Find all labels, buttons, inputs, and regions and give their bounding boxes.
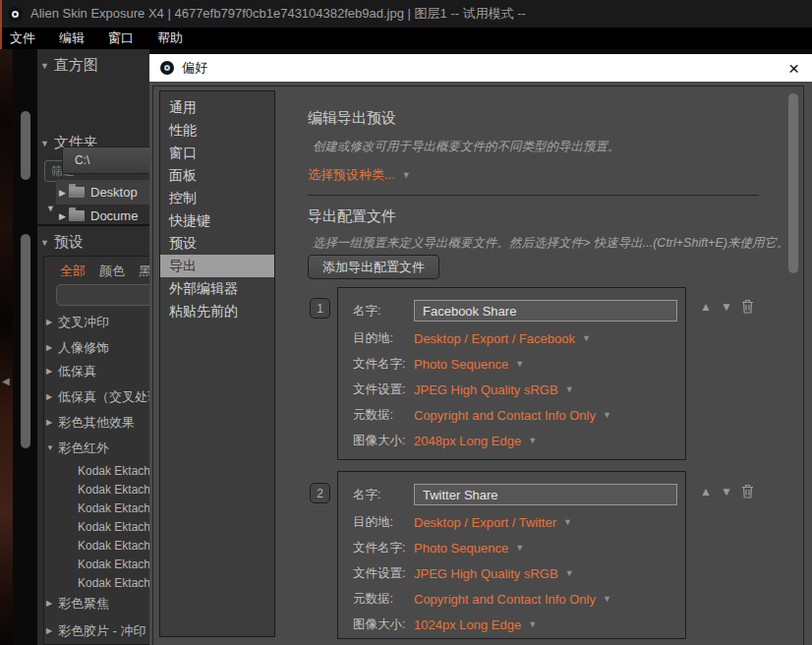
menu-edit[interactable]: 编辑 <box>59 29 85 47</box>
nav-item-controls[interactable]: 控制 <box>160 187 274 209</box>
field-label-name: 名字: <box>353 487 414 503</box>
preset-group[interactable]: ▶ 低保真 <box>46 359 96 383</box>
menu-help[interactable]: 帮助 <box>157 29 183 47</box>
panel-collapse-icon[interactable]: ◀ <box>2 376 10 386</box>
add-export-profile-button[interactable]: 添加导出配置文件 <box>308 255 439 279</box>
preset-group[interactable]: ▶ 人像修饰 <box>46 335 109 360</box>
photo-canvas-edge <box>0 49 13 645</box>
file-name-dropdown[interactable]: Photo Sequence <box>414 541 508 556</box>
tab-all[interactable]: 全部 <box>60 263 86 280</box>
preset-group-label: 低保真 <box>58 363 96 381</box>
caret-down-icon[interactable]: ▼ <box>603 594 611 604</box>
preset-group[interactable]: ▶ 低保真（交叉处理 <box>46 384 149 409</box>
image-size-dropdown[interactable]: 2048px Long Edge <box>414 434 521 448</box>
export-profile-card: 名字: 目的地: Desktop / Export / Twitter ▼ 文件… <box>337 471 686 639</box>
preset-item[interactable]: Kodak Ektach <box>78 480 149 498</box>
caret-down-icon: ▼ <box>402 170 411 180</box>
preset-group-expanded[interactable]: ▼ 彩色红外 <box>46 436 109 460</box>
preset-group[interactable]: ▶ 彩色胶片 - 冲印 <box>46 618 146 643</box>
metadata-dropdown[interactable]: Copyright and Contact Info Only <box>414 592 596 607</box>
section-presets[interactable]: ▼ 预设 <box>40 233 84 252</box>
tab-color[interactable]: 颜色 <box>99 263 125 280</box>
field-label-file-name: 文件名字: <box>353 356 414 373</box>
profile-name-input[interactable] <box>414 484 677 505</box>
nav-item-presets[interactable]: 预设 <box>160 232 274 255</box>
profile-controls: ▲ ▼ <box>700 299 754 314</box>
dialog-logo-icon <box>160 61 174 75</box>
tab-bw[interactable]: 黑白 <box>139 263 149 280</box>
preset-item[interactable]: Kodak Ektach <box>78 461 149 480</box>
preset-item[interactable]: Kodak Ektach <box>78 555 149 573</box>
menubar: 文件 编辑 窗口 帮助 <box>0 28 812 49</box>
preset-search-input[interactable] <box>56 284 149 306</box>
caret-right-icon: ▶ <box>46 318 58 326</box>
section-histogram-label: 直方图 <box>54 56 98 75</box>
caret-down-icon: ▼ <box>46 443 58 452</box>
caret-down-icon[interactable]: ▼ <box>515 359 524 369</box>
preset-kind-dropdown[interactable]: 选择预设种类... ▼ <box>308 166 411 184</box>
caret-down-icon: ▼ <box>40 61 54 71</box>
nav-item-general[interactable]: 通用 <box>160 96 274 119</box>
field-label-name: 名字: <box>353 303 414 320</box>
destination-dropdown[interactable]: Desktop / Export / Twitter <box>414 515 556 530</box>
caret-right-icon: ▶ <box>46 418 58 427</box>
section-presets-label: 预设 <box>54 233 84 252</box>
nav-item-shortcuts[interactable]: 快捷键 <box>160 209 274 232</box>
presets-scrollbar[interactable] <box>21 234 30 448</box>
preset-item[interactable]: Kodak Ektach <box>78 536 149 555</box>
delete-trash-icon[interactable] <box>741 299 754 314</box>
dialog-scrollbar[interactable] <box>788 93 798 273</box>
delete-trash-icon[interactable] <box>741 484 754 498</box>
preset-item[interactable]: Kodak Ektach <box>78 573 149 592</box>
preset-group[interactable]: ▶ 彩色聚焦 <box>46 591 109 616</box>
profile-name-input[interactable] <box>414 300 677 322</box>
file-name-dropdown[interactable]: Photo Sequence <box>414 357 508 372</box>
caret-down-icon[interactable]: ▼ <box>563 517 572 527</box>
field-label-image-size: 图像大小: <box>353 616 414 633</box>
folder-row-documents[interactable]: ▶ Docume <box>56 205 149 226</box>
nav-item-export[interactable]: 导出 <box>160 255 274 277</box>
nav-item-window[interactable]: 窗口 <box>160 142 274 164</box>
app-logo-icon <box>8 7 23 22</box>
move-up-icon[interactable]: ▲ <box>700 300 712 314</box>
preset-kind-label: 选择预设种类... <box>308 166 395 184</box>
destination-dropdown[interactable]: Desktop / Export / Facebook <box>414 331 575 346</box>
close-icon[interactable]: × <box>788 59 801 78</box>
caret-right-icon: ▶ <box>56 211 69 221</box>
nav-item-panels[interactable]: 面板 <box>160 164 274 187</box>
preset-item[interactable]: Kodak Ektach <box>78 517 149 536</box>
folders-scrollbar[interactable] <box>21 111 30 180</box>
profile-number-badge: 2 <box>310 483 330 503</box>
nav-item-performance[interactable]: 性能 <box>160 119 274 142</box>
caret-down-icon[interactable]: ▼ <box>565 568 574 578</box>
caret-down-icon[interactable]: ▼ <box>528 619 537 629</box>
caret-down-icon[interactable]: ▼ <box>528 436 537 445</box>
preset-item[interactable]: Kodak Ektach <box>78 498 149 517</box>
preset-group[interactable]: ▶ 交叉冲印 <box>46 310 109 334</box>
file-settings-dropdown[interactable]: JPEG High Quality sRGB <box>414 566 558 581</box>
move-up-icon[interactable]: ▲ <box>700 485 712 498</box>
metadata-dropdown[interactable]: Copyright and Contact Info Only <box>414 408 596 423</box>
caret-down-icon[interactable]: ▼ <box>515 543 524 553</box>
drive-selector[interactable]: C:\ <box>62 147 149 174</box>
nav-item-paste-previous[interactable]: 粘贴先前的 <box>160 300 274 322</box>
image-size-dropdown[interactable]: 1024px Long Edge <box>414 617 521 632</box>
folder-icon <box>69 187 85 198</box>
dialog-titlebar: 偏好 × <box>149 54 812 82</box>
dialog-nav: 通用 性能 窗口 面板 控制 快捷键 预设 导出 外部编辑器 粘贴先前的 <box>159 90 275 637</box>
menu-window[interactable]: 窗口 <box>108 29 134 47</box>
move-down-icon[interactable]: ▼ <box>721 300 732 314</box>
preset-group[interactable]: ▶ 彩色其他效果 <box>46 410 135 435</box>
move-down-icon[interactable]: ▼ <box>721 485 732 498</box>
nav-item-external-editor[interactable]: 外部编辑器 <box>160 277 274 300</box>
menu-file[interactable]: 文件 <box>10 29 35 47</box>
folder-row-desktop[interactable]: ▶ Desktop <box>56 180 149 205</box>
section-histogram[interactable]: ▼ 直方图 <box>40 56 98 75</box>
caret-right-icon: ▶ <box>46 626 58 635</box>
caret-down-icon[interactable]: ▼ <box>582 333 591 343</box>
file-settings-dropdown[interactable]: JPEG High Quality sRGB <box>414 382 558 397</box>
caret-down-icon[interactable]: ▼ <box>565 384 574 394</box>
caret-down-icon[interactable]: ▼ <box>46 204 55 213</box>
export-profile-card: 名字: 目的地: Desktop / Export / Facebook ▼ 文… <box>337 287 686 460</box>
caret-down-icon[interactable]: ▼ <box>603 410 611 420</box>
